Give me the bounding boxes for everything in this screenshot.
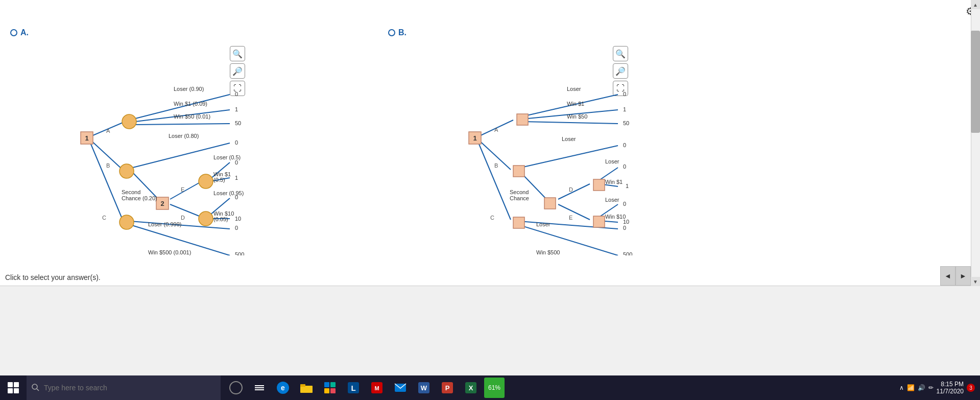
- scroll-bar[interactable]: ▲ ▼: [971, 0, 980, 286]
- node-b-b: [513, 166, 524, 177]
- notification-badge[interactable]: 3: [967, 384, 975, 392]
- svg-text:1: 1: [623, 106, 626, 112]
- click-answer-text: Click to select your answer(s).: [5, 273, 101, 281]
- svg-rect-95: [300, 386, 313, 393]
- svg-rect-100: [330, 388, 336, 393]
- option-a-label[interactable]: A.: [10, 28, 29, 37]
- tree-diagram-a: 1 2 Loser (0.90) 0 Win $1 (0.09) 1 Win $…: [31, 36, 250, 257]
- option-b-label[interactable]: B.: [388, 28, 407, 37]
- scroll-thumb[interactable]: [971, 31, 980, 133]
- svg-text:A: A: [494, 127, 498, 133]
- svg-text:10: 10: [235, 216, 241, 222]
- svg-text:Second: Second: [122, 189, 140, 195]
- mail-icon[interactable]: [390, 378, 411, 398]
- svg-line-52: [522, 122, 618, 124]
- svg-text:Win $500 (0.001): Win $500 (0.001): [148, 249, 191, 255]
- svg-text:10: 10: [623, 219, 629, 225]
- svg-line-55: [558, 184, 590, 199]
- network-icon[interactable]: 📶: [907, 384, 915, 391]
- svg-line-49: [477, 140, 511, 220]
- start-button[interactable]: [0, 375, 27, 400]
- taskbar: e L: [0, 375, 980, 400]
- svg-text:1: 1: [473, 134, 476, 142]
- scroll-up[interactable]: ▲: [971, 0, 980, 9]
- svg-text:Win $500: Win $500: [536, 249, 560, 255]
- svg-text:Loser: Loser: [562, 136, 576, 142]
- volume-icon[interactable]: 🔊: [918, 384, 925, 391]
- nav-left[interactable]: ◄: [940, 266, 955, 286]
- store-icon[interactable]: [320, 378, 340, 398]
- svg-text:X: X: [469, 384, 473, 392]
- node-a-circle: [122, 114, 136, 129]
- nav-right[interactable]: ►: [955, 266, 971, 286]
- excel-icon[interactable]: X: [461, 378, 481, 398]
- node-b-circle: [119, 164, 134, 178]
- svg-text:D: D: [181, 215, 185, 221]
- system-tray: ∧ 📶 🔊 ✏ 8:15 PM 11/7/2020 3: [894, 381, 980, 395]
- svg-text:C: C: [490, 215, 494, 221]
- svg-text:1: 1: [235, 106, 238, 112]
- tree-b-svg: 1 A B C D E Second Chance Loser 0: [419, 36, 638, 255]
- search-icon: [32, 384, 40, 392]
- clock[interactable]: 8:15 PM 11/7/2020: [937, 381, 964, 395]
- svg-text:Win $50 (0.01): Win $50 (0.01): [174, 113, 210, 120]
- svg-rect-97: [324, 382, 329, 387]
- svg-text:Loser (0.999): Loser (0.999): [148, 221, 181, 227]
- svg-text:50: 50: [623, 120, 629, 126]
- scroll-down[interactable]: ▼: [971, 277, 980, 286]
- edge-icon[interactable]: e: [273, 378, 293, 398]
- node-d-b: [593, 179, 605, 191]
- mcafee-icon[interactable]: M: [367, 378, 387, 398]
- svg-line-9: [170, 204, 202, 217]
- svg-text:B: B: [106, 162, 110, 169]
- word-icon[interactable]: W: [414, 378, 434, 398]
- radio-b[interactable]: [388, 29, 395, 36]
- svg-text:E: E: [569, 215, 572, 221]
- svg-text:L: L: [351, 384, 355, 392]
- radio-a[interactable]: [10, 29, 17, 36]
- file-explorer-icon[interactable]: [296, 378, 317, 398]
- svg-line-53: [521, 146, 618, 168]
- svg-text:(0.05): (0.05): [213, 216, 228, 222]
- svg-text:1: 1: [85, 134, 88, 142]
- svg-text:Loser (0.90): Loser (0.90): [174, 86, 204, 92]
- svg-text:0: 0: [235, 91, 238, 97]
- svg-text:Loser (0.95): Loser (0.95): [213, 190, 244, 196]
- cortana-icon[interactable]: [226, 378, 246, 398]
- tree-a-svg: 1 2 Loser (0.90) 0 Win $1 (0.09) 1 Win $…: [31, 36, 250, 255]
- svg-text:P: P: [445, 384, 450, 392]
- node-c-circle: [119, 215, 134, 229]
- svg-text:W: W: [421, 384, 427, 392]
- svg-text:1: 1: [235, 175, 238, 181]
- svg-text:50: 50: [235, 120, 241, 126]
- powerpoint-icon[interactable]: P: [437, 378, 458, 398]
- svg-text:2: 2: [160, 200, 164, 207]
- svg-text:500: 500: [235, 251, 244, 255]
- svg-text:E: E: [181, 186, 184, 193]
- svg-text:Loser: Loser: [605, 197, 619, 203]
- svg-text:B: B: [494, 162, 498, 169]
- svg-rect-96: [300, 384, 305, 387]
- search-input[interactable]: [44, 384, 216, 392]
- svg-text:Win $1: Win $1: [567, 101, 584, 107]
- svg-line-8: [170, 181, 202, 199]
- chevron-up-icon[interactable]: ∧: [899, 384, 904, 391]
- svg-text:e: e: [281, 384, 285, 392]
- svg-text:C: C: [102, 215, 106, 221]
- node-d-circle: [199, 211, 213, 226]
- task-view-icon[interactable]: [249, 378, 270, 398]
- svg-text:Loser: Loser: [567, 86, 581, 92]
- svg-text:0: 0: [623, 163, 626, 170]
- svg-text:0: 0: [235, 194, 238, 200]
- battery-icon[interactable]: 61%: [484, 378, 505, 398]
- tree-diagram-b: 1 A B C D E Second Chance Loser 0: [419, 36, 638, 257]
- l-app-icon[interactable]: L: [343, 378, 364, 398]
- svg-text:0: 0: [235, 159, 238, 166]
- taskbar-search[interactable]: [27, 375, 221, 400]
- pen-icon[interactable]: ✏: [928, 384, 934, 391]
- svg-text:0: 0: [623, 201, 626, 207]
- svg-rect-98: [330, 382, 336, 387]
- svg-text:0: 0: [623, 142, 626, 148]
- main-content: ⚙ A. B. 🔍 🔎 ⛶ 🔍 🔎 ⛶: [0, 0, 980, 286]
- second-chance-node-b: [544, 198, 556, 209]
